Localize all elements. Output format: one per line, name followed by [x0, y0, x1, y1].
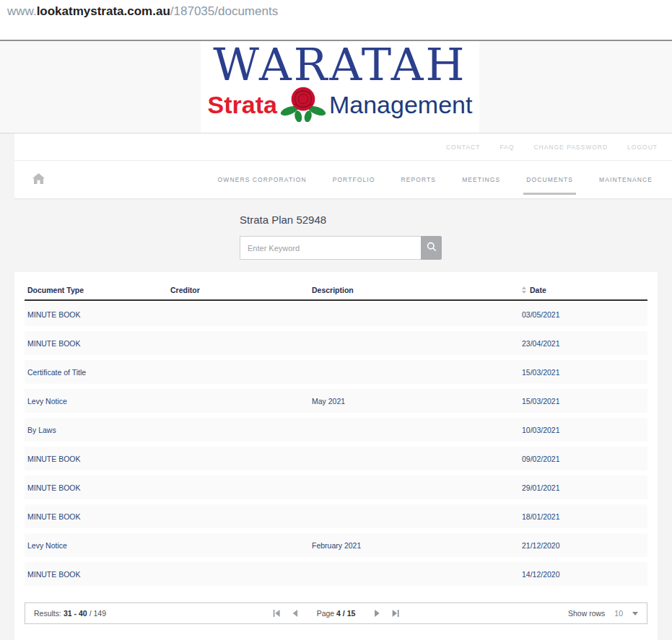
cell-description: February 2021 [309, 541, 519, 550]
logo-strata-text: Strata [208, 91, 277, 119]
logo-title: WARATAH [201, 42, 479, 88]
cell-document-type: MINUTE BOOK [25, 512, 167, 521]
cell-document-type: MINUTE BOOK [25, 310, 167, 319]
show-rows-label: Show rows [568, 609, 605, 618]
previous-page-button[interactable] [290, 608, 300, 618]
table-row[interactable]: Levy Notice February 2021 21/12/2020 [25, 533, 647, 557]
nav-item-reports[interactable]: REPORTS [401, 161, 437, 198]
cell-date: 09/02/2021 [519, 455, 647, 463]
next-page-button[interactable] [372, 608, 382, 618]
address-bar[interactable]: www.lookatmystrata.com.au/187035/documen… [0, 0, 672, 41]
utility-link-logout[interactable]: LOGOUT [627, 144, 658, 151]
main-nav-items: OWNERS CORPORATION PORTFOLIO REPORTS MEE… [218, 161, 653, 198]
table-row[interactable]: Certificate of Title 15/03/2021 [25, 360, 647, 384]
address-domain: lookatmystrata.com.au [37, 4, 170, 18]
utility-link-change-password[interactable]: CHANGE PASSWORD [533, 144, 608, 151]
cell-document-type: Certificate of Title [25, 368, 167, 377]
page-title: Strata Plan 52948 [240, 214, 326, 226]
search-button[interactable] [421, 236, 442, 260]
table-row[interactable]: MINUTE BOOK 23/04/2021 [25, 331, 647, 355]
cell-date: 03/05/2021 [519, 310, 647, 319]
home-icon[interactable] [32, 173, 45, 187]
table-row[interactable]: By Laws 10/03/2021 [25, 418, 647, 442]
utility-link-faq[interactable]: FAQ [499, 144, 514, 151]
nav-item-meetings[interactable]: MEETINGS [462, 161, 500, 198]
logo-management-text: Management [329, 91, 472, 119]
first-page-button[interactable] [271, 608, 282, 618]
documents-card: Document Type Creditor Description Date … [14, 272, 658, 640]
table-row[interactable]: MINUTE BOOK 18/01/2021 [25, 504, 647, 528]
hero-section: Strata Plan 52948 [0, 199, 672, 272]
cell-document-type: MINUTE BOOK [25, 483, 167, 492]
cell-date: 18/01/2021 [519, 512, 647, 521]
show-rows-value[interactable]: 10 [614, 609, 623, 618]
column-header-document-type: Document Type [25, 286, 167, 294]
cell-date: 15/03/2021 [519, 368, 647, 377]
address-prefix: www. [7, 4, 37, 18]
utility-link-contact[interactable]: CONTACT [446, 144, 480, 151]
table-body: MINUTE BOOK 03/05/2021 MINUTE BOOK 23/04… [25, 302, 647, 586]
nav-item-maintenance[interactable]: MAINTENANCE [599, 161, 653, 198]
table-row[interactable]: MINUTE BOOK 03/05/2021 [25, 302, 647, 326]
show-rows-control[interactable]: Show rows 10 [568, 609, 638, 618]
table-row[interactable]: MINUTE BOOK 09/02/2021 [25, 447, 647, 470]
cell-date: 29/01/2021 [519, 483, 647, 492]
search-icon [427, 242, 437, 254]
cell-document-type: Levy Notice [25, 397, 167, 406]
waratah-logo: WARATAH Strata [201, 41, 479, 133]
sort-icon[interactable] [522, 286, 526, 294]
cell-date: 15/03/2021 [519, 397, 647, 406]
table-row[interactable]: Levy Notice May 2021 15/03/2021 [25, 389, 647, 413]
table-header-row: Document Type Creditor Description Date [25, 281, 647, 301]
caret-down-icon[interactable] [632, 612, 638, 615]
page-indicator: Page 4 / 15 [317, 609, 356, 618]
search-input[interactable] [240, 236, 421, 260]
table-row[interactable]: MINUTE BOOK 14/12/2020 [25, 562, 647, 586]
waratah-flower-icon [280, 84, 326, 125]
cell-description: May 2021 [309, 397, 519, 406]
nav-item-portfolio[interactable]: PORTFOLIO [333, 161, 375, 198]
cell-date: 14/12/2020 [519, 570, 647, 579]
nav-item-documents[interactable]: DOCUMENTS [526, 161, 573, 198]
nav-item-owners-corporation[interactable]: OWNERS CORPORATION [218, 161, 307, 198]
column-header-description: Description [309, 286, 519, 294]
cell-date: 10/03/2021 [519, 426, 647, 434]
cell-document-type: By Laws [25, 426, 167, 434]
main-nav-band: OWNERS CORPORATION PORTFOLIO REPORTS MEE… [0, 161, 672, 199]
column-header-date[interactable]: Date [519, 286, 647, 294]
cell-date: 21/12/2020 [519, 541, 647, 550]
pager-controls: Page 4 / 15 [271, 608, 401, 618]
column-header-creditor: Creditor [167, 286, 309, 294]
pagination-bar: Results:31 - 40/ 149 Page 4 / 15 [25, 602, 647, 624]
cell-document-type: MINUTE BOOK [25, 570, 167, 579]
results-summary: Results:31 - 40/ 149 [34, 609, 108, 618]
last-page-button[interactable] [390, 608, 401, 618]
address-path: /187035/documents [170, 4, 278, 18]
cell-document-type: MINUTE BOOK [25, 455, 167, 463]
logo-band: WARATAH Strata [0, 41, 672, 133]
utility-nav-band: CONTACT FAQ CHANGE PASSWORD LOGOUT [0, 133, 672, 161]
cell-document-type: MINUTE BOOK [25, 339, 167, 348]
table-row[interactable]: MINUTE BOOK 29/01/2021 [25, 475, 647, 499]
cell-document-type: Levy Notice [25, 541, 167, 550]
keyword-search [240, 236, 442, 260]
cell-date: 23/04/2021 [519, 339, 647, 348]
